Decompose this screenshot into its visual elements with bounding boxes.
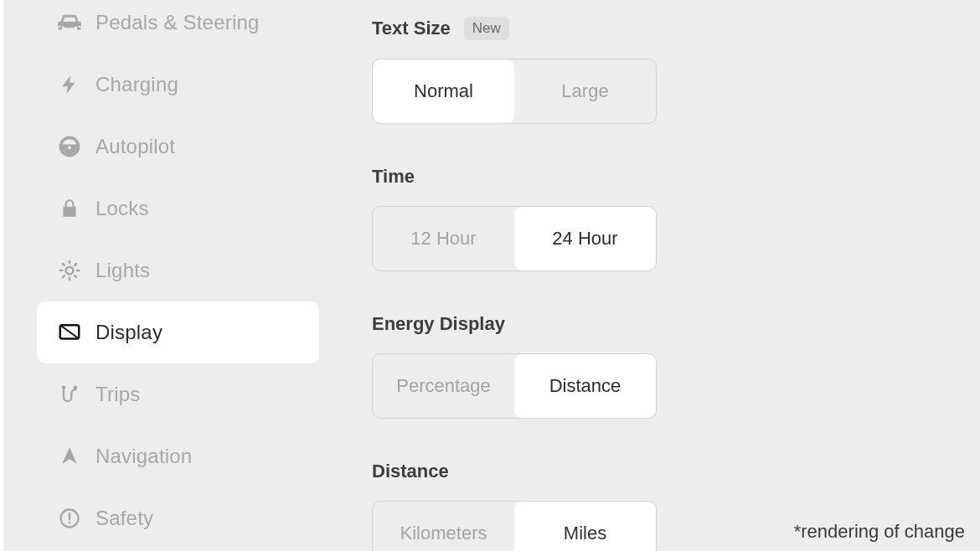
text-size-segmented: Normal Large xyxy=(372,59,657,124)
setting-label: Distance xyxy=(372,461,449,482)
time-12-hour-option[interactable]: 12 Hour xyxy=(373,207,514,270)
sidebar-item-label: Safety xyxy=(95,507,153,530)
text-size-normal-option[interactable]: Normal xyxy=(373,59,514,123)
footnote: *rendering of change xyxy=(794,521,965,543)
sidebar-item-navigation[interactable]: Navigation xyxy=(37,425,319,487)
car-icon xyxy=(55,8,84,37)
sidebar-item-label: Trips xyxy=(95,383,140,406)
new-badge: New xyxy=(464,17,509,40)
setting-label: Energy Display xyxy=(372,313,505,335)
energy-percentage-option[interactable]: Percentage xyxy=(373,354,514,418)
setting-energy-display: Energy Display Percentage Distance xyxy=(372,313,980,419)
sidebar-item-label: Navigation xyxy=(95,445,192,468)
sidebar-item-display[interactable]: Display xyxy=(37,301,319,363)
sidebar-item-locks[interactable]: Locks xyxy=(37,178,319,239)
setting-time: Time 12 Hour 24 Hour xyxy=(372,166,980,271)
settings-sidebar: Pedals & Steering Charging Autopilot Loc… xyxy=(3,0,326,551)
energy-segmented: Percentage Distance xyxy=(372,353,657,419)
energy-distance-option[interactable]: Distance xyxy=(514,354,656,418)
sidebar-item-pedals-steering[interactable]: Pedals & Steering xyxy=(37,0,319,54)
distance-kilometers-option[interactable]: Kilometers xyxy=(373,502,514,551)
text-size-large-option[interactable]: Large xyxy=(514,59,656,123)
sidebar-item-label: Lights xyxy=(95,259,150,282)
setting-text-size: Text Size New Normal Large xyxy=(372,17,980,124)
distance-miles-option[interactable]: Miles xyxy=(514,502,656,551)
sidebar-item-trips[interactable]: Trips xyxy=(37,363,319,425)
time-24-hour-option[interactable]: 24 Hour xyxy=(514,207,656,270)
settings-content: Text Size New Normal Large Time 12 Hour … xyxy=(326,0,980,551)
sidebar-item-label: Locks xyxy=(95,197,149,220)
sidebar-item-charging[interactable]: Charging xyxy=(37,54,319,116)
sidebar-item-label: Autopilot xyxy=(95,135,175,158)
setting-label: Text Size xyxy=(372,18,451,39)
sidebar-item-label: Pedals & Steering xyxy=(95,11,260,34)
sidebar-item-safety[interactable]: Safety xyxy=(37,487,319,549)
time-segmented: 12 Hour 24 Hour xyxy=(372,206,657,271)
route-icon xyxy=(55,380,84,409)
svg-point-5 xyxy=(69,522,70,523)
lock-icon xyxy=(55,194,84,223)
distance-segmented: Kilometers Miles xyxy=(372,501,657,551)
alert-circle-icon xyxy=(55,504,84,533)
navigation-arrow-icon xyxy=(55,442,84,471)
display-icon xyxy=(55,318,84,347)
setting-label: Time xyxy=(372,166,415,188)
sidebar-item-label: Display xyxy=(95,321,162,344)
svg-point-0 xyxy=(66,267,74,275)
sidebar-item-autopilot[interactable]: Autopilot xyxy=(37,116,319,178)
brightness-icon xyxy=(55,256,84,285)
sidebar-item-label: Charging xyxy=(95,73,178,96)
steering-wheel-icon xyxy=(55,132,84,161)
bolt-icon xyxy=(55,70,84,99)
sidebar-item-lights[interactable]: Lights xyxy=(37,239,319,301)
